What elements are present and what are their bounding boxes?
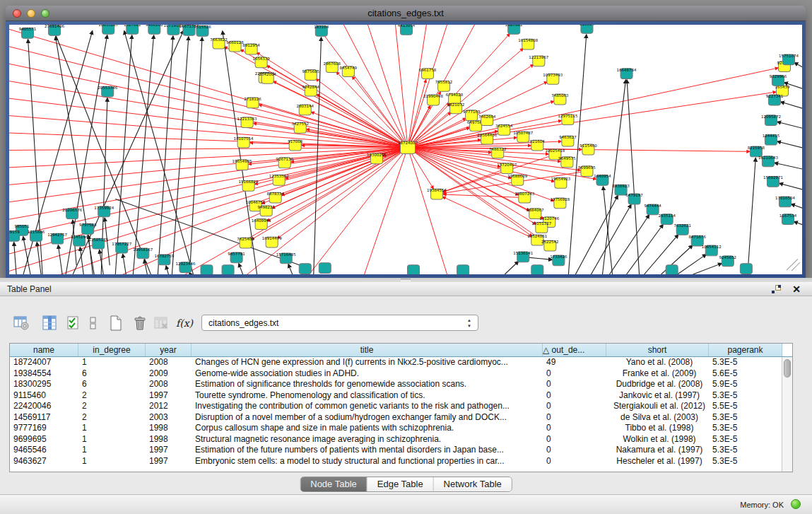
graph-node[interactable]: 9329966	[770, 74, 787, 86]
graph-node[interactable]: 9649575	[558, 156, 575, 168]
scrollbar-thumb[interactable]	[784, 359, 791, 378]
table-row[interactable]: 1938455462009Genome-wide association stu…	[10, 368, 792, 380]
graph-edge[interactable]	[314, 25, 408, 148]
graph-node[interactable]: 1527602	[124, 25, 141, 34]
memory-ok-indicator-icon[interactable]	[791, 499, 801, 509]
graph-edge[interactable]	[239, 264, 243, 274]
table-row[interactable]: 2242004622012Investigating the contribut…	[10, 401, 792, 412]
graph-node[interactable]: 17957227	[112, 242, 131, 253]
graph-edge[interactable]	[610, 215, 649, 274]
column-header-out-de-[interactable]: △ out_de...	[543, 344, 606, 356]
show-columns-icon[interactable]	[40, 313, 59, 333]
graph-node[interactable]: 917008	[288, 139, 303, 151]
graph-edge[interactable]	[166, 266, 169, 274]
graph-edge[interactable]	[123, 254, 126, 274]
graph-edge[interactable]	[443, 194, 524, 198]
function-builder-icon[interactable]: f(x)	[175, 313, 194, 333]
tab-edge-table[interactable]: Edge Table	[367, 477, 434, 491]
graph-edge[interactable]	[627, 224, 664, 274]
graph-edge[interactable]	[408, 148, 536, 225]
graph-node[interactable]: 3427552	[291, 122, 308, 134]
graph-node[interactable]: 13505135	[88, 238, 108, 249]
graph-edge[interactable]	[9, 148, 408, 151]
graph-node[interactable]: 16914479	[262, 236, 283, 247]
graph-node[interactable]: 9699695	[578, 165, 595, 177]
create-column-icon[interactable]	[106, 313, 126, 333]
graph-edge[interactable]	[9, 148, 408, 168]
graph-node[interactable]: 9466160	[146, 25, 163, 34]
graph-node[interactable]: 1115686	[28, 230, 45, 241]
graph-edge[interactable]	[777, 122, 802, 131]
graph-node[interactable]: 12923446	[175, 262, 196, 273]
vertical-scrollbar[interactable]	[782, 357, 792, 472]
graph-node[interactable]: 7663822	[210, 37, 227, 49]
canvas-resize-grip[interactable]	[787, 259, 800, 271]
graph-node[interactable]: 16409948	[252, 218, 272, 230]
graph-node[interactable]: 4413054	[398, 25, 416, 35]
graph-node[interactable]: 9797588	[79, 223, 97, 234]
graph-node[interactable]: 12942757	[47, 233, 67, 244]
graph-node[interactable]: 19166829	[239, 180, 259, 191]
graph-node[interactable]: 7486322	[489, 147, 506, 158]
graph-node[interactable]: 8912954	[242, 43, 260, 54]
graph-node[interactable]	[319, 263, 331, 274]
column-header-in-degree[interactable]: in_degree	[78, 344, 146, 356]
network-canvas[interactable]: 1872400718300295193845542242004627181261…	[9, 25, 802, 274]
table-row[interactable]: 1830029562008Estimation of significance …	[10, 379, 792, 390]
graph-node[interactable]: 18107554	[234, 136, 254, 148]
graph-edge[interactable]	[794, 63, 802, 72]
graph-edge[interactable]	[408, 148, 448, 274]
table-mode-icon[interactable]	[11, 313, 31, 333]
graph-edge[interactable]	[172, 37, 188, 274]
graph-node-hub[interactable]: 18724007	[398, 141, 418, 154]
graph-node[interactable]: 15136141	[513, 251, 533, 262]
column-header-title[interactable]: title	[192, 344, 543, 356]
network-window-titlebar[interactable]: citations_edges.txt	[6, 6, 806, 21]
graph-node[interactable]: 20206576	[62, 208, 83, 219]
graph-node[interactable]	[408, 265, 420, 274]
graph-edge[interactable]	[408, 148, 555, 182]
graph-edge[interactable]	[408, 68, 778, 147]
tab-network-table[interactable]: Network Table	[434, 477, 512, 491]
graph-node[interactable]: 2718126	[244, 97, 261, 108]
graph-node[interactable]: 2935114	[658, 214, 676, 225]
graph-node[interactable]: 9857791	[228, 252, 245, 263]
graph-edge[interactable]	[777, 141, 802, 151]
graph-node[interactable]: 9463627	[559, 135, 576, 146]
graph-node[interactable]: 7485063	[551, 93, 569, 105]
graph-edge[interactable]	[58, 245, 62, 274]
graph-node[interactable]: 7625402	[237, 237, 254, 248]
graph-node[interactable]	[531, 265, 543, 274]
graph-node[interactable]: 12975115	[558, 114, 577, 125]
graph-node[interactable]: 19958167	[133, 247, 153, 259]
table-row[interactable]: 946362711997Embryonic stem cells: a mode…	[10, 456, 792, 467]
graph-node[interactable]: 9821072	[447, 103, 464, 114]
graph-node[interactable]: 7955812	[435, 80, 452, 91]
graph-node[interactable]: 12095872	[761, 115, 781, 126]
table-row[interactable]: 969969511998Structural magnetic resonanc…	[10, 434, 792, 445]
column-header-short[interactable]: short	[606, 344, 709, 356]
graph-node[interactable]: 19756928	[550, 197, 570, 209]
graph-edge[interactable]	[603, 187, 612, 274]
graph-node[interactable]: 27691406	[45, 25, 65, 35]
graph-edge[interactable]	[9, 28, 408, 148]
graph-edge[interactable]	[158, 36, 172, 274]
graph-node[interactable]: 2803144	[297, 104, 314, 115]
graph-node[interactable]: 2522542	[541, 240, 558, 251]
graph-node[interactable]	[201, 265, 213, 274]
graph-edge[interactable]	[779, 183, 802, 192]
splitter-handle-icon[interactable]	[401, 279, 411, 281]
graph-node[interactable]: 39159	[9, 230, 20, 241]
graph-edge[interactable]	[775, 163, 802, 171]
graph-edge[interactable]	[794, 221, 802, 228]
graph-node[interactable]: 20553346	[98, 86, 118, 97]
graph-edge[interactable]	[124, 31, 194, 274]
graph-node[interactable]: 9875685	[302, 69, 319, 81]
row-height-icon[interactable]	[83, 313, 103, 333]
graph-edge[interactable]	[505, 262, 519, 274]
table-row[interactable]: 1456911722003Disruption of a novel membe…	[10, 412, 792, 424]
graph-edge[interactable]	[748, 158, 755, 274]
graph-edge[interactable]	[575, 196, 618, 274]
graph-node[interactable]: 2967608	[324, 62, 341, 73]
graph-node[interactable]	[457, 265, 469, 274]
